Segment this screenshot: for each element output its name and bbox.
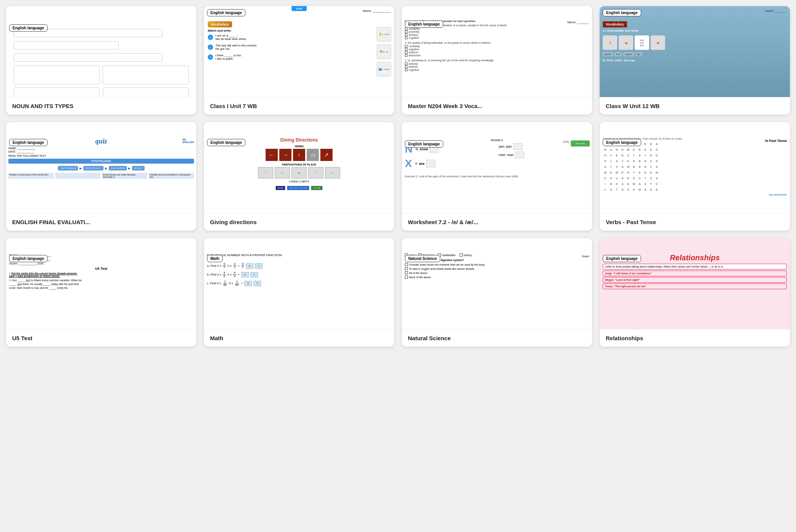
sci-opt-3: All of the above. <box>405 271 589 274</box>
flow-problem: THE PROBLEM <box>58 166 78 170</box>
sci-opt-4: None of the above. <box>405 276 589 279</box>
card-preview-relationships: English language Relationships Listen to… <box>600 238 790 330</box>
card-preview-worksheet72: English language (A95) start now ROUND 2… <box>402 122 592 213</box>
card-title-5: ENGLISH FINAL EVALUATI... <box>6 213 196 231</box>
bank-btn: BANK <box>275 186 285 190</box>
card-math[interactable]: Math N OF WHOLE NUMBER WITH A PROPER FRA… <box>204 238 394 347</box>
subject-badge-10: Math <box>207 255 223 262</box>
card-title-3: Master N204 Week 3 Voca... <box>402 97 592 115</box>
math-row-c: c. Find 5 x 189 5 x 189 = x = <box>207 280 391 287</box>
tessa-quote: Tessa: "The right person for me" <box>603 284 787 289</box>
sci-opt-2: To take in oxygen and exhale waste like … <box>405 267 589 270</box>
card-worksheet72[interactable]: English language (A95) start now ROUND 2… <box>402 122 592 231</box>
img4-2: 📦 <box>619 35 633 50</box>
flow-opportunity: OPPORTUNITY <box>83 166 103 170</box>
word4-sache: sache <box>603 52 613 56</box>
math-options: itions. <box>207 258 391 261</box>
map-3: ⊞ <box>291 167 307 178</box>
word4-tom: tom <box>615 52 622 56</box>
name-field: Name: ___________ <box>363 9 391 13</box>
map-4: □ <box>308 167 323 178</box>
card-preview-master: English language Name: _______ Instructi… <box>402 6 592 97</box>
card-verbs-past[interactable]: English language le Past Tense Sentences… <box>600 122 790 231</box>
word-search-grid: DHAPPENEDA RANEWORKED OVERSTAYED PLAYEDB… <box>603 142 787 193</box>
card-giving-directions[interactable]: English language Giving Directions VERBS… <box>204 122 394 231</box>
map-2: □□ <box>275 167 290 178</box>
card-grid: English language NOUN AND ITS TYPES <box>6 6 790 347</box>
card-unit12[interactable]: English language Name: _______ Vocabular… <box>600 6 790 115</box>
opt-proximity: proximity <box>409 30 419 33</box>
fitotoldos-box: FITOTOLDOS <box>8 159 194 164</box>
q-text-1: I am on a _____.We all wear blue shirts. <box>215 34 247 41</box>
q3-3-text: 3. of, pertaining to, or involving the u… <box>405 59 589 62</box>
subject-badge-4: English language <box>603 9 641 16</box>
arrow-left: ← <box>266 149 278 161</box>
card-title-4: Class W Unit 12 WB <box>600 97 790 115</box>
megan-quote: Megan: "Love at first sight" <box>603 277 787 283</box>
location-btns: BANK POLICE STATION STORE <box>207 186 391 190</box>
q-text-2: The boy did well in the contest.He got 1… <box>215 44 257 51</box>
a95-label: (A95) <box>563 140 569 143</box>
subject-badge-9: English language <box>9 255 48 262</box>
fourth-logo: 4thENGLISH <box>182 138 194 143</box>
vocab-bar-4: Vocabulary <box>603 21 627 27</box>
q3-2-text: 2. the quality of being believable, or t… <box>405 41 589 44</box>
card-u5test[interactable]: English language Name: _________________… <box>6 238 196 347</box>
match-write-label: Match and write. <box>204 29 394 32</box>
card-noun-types[interactable]: English language NOUN AND ITS TYPES <box>6 6 196 115</box>
card-preview-math: Math N OF WHOLE NUMBER WITH A PROPER FRA… <box>204 238 394 330</box>
subject-badge-8: English language <box>603 139 641 146</box>
card-title-6: Giving directions <box>204 213 394 231</box>
exercise2-text: Exercise 2. Look at the pairs of the sen… <box>405 175 589 178</box>
subject-badge-5: English language <box>9 139 48 146</box>
q-num-3: 3 <box>208 54 213 60</box>
test-instructions: I. Put the verbs into the correct tense … <box>9 272 193 277</box>
topworksheets-label: top worksheets <box>603 193 787 196</box>
card-preview-verbs: English language le Past Tense Sentences… <box>600 122 790 213</box>
store-btn: STORE <box>311 186 323 190</box>
card-title-1: NOUN AND ITS TYPES <box>6 97 196 115</box>
name-line-4: Name: _______ <box>765 9 787 13</box>
opt-autopsy: autopsy <box>409 33 418 36</box>
subject-badge-1: English language <box>9 24 48 32</box>
andy-quote: Andy: "I still think of her sometimes" <box>603 271 787 276</box>
card-title-11: Natural Science <box>402 330 592 347</box>
flow-arrow-3: ▶ <box>128 167 131 170</box>
vocab-label: Vocabulary <box>208 21 232 27</box>
noun-box-2 <box>103 65 189 84</box>
unit-bar: Unit <box>291 6 307 11</box>
math-section-title: N OF WHOLE NUMBER WITH A PROPER FRACTION… <box>207 253 391 257</box>
card-natural-science[interactable]: Natural Science Exam Liver Pancreas Gall… <box>402 238 592 347</box>
card-final-eval[interactable]: English language 4thENGLISH quiz NAME: _… <box>6 122 196 231</box>
big-x: X <box>405 158 412 170</box>
subject-badge-12: English language <box>603 255 641 262</box>
card-preview-noun: English language <box>6 6 196 97</box>
q-num-2: 2 <box>208 45 213 50</box>
card-unit7[interactable]: Unit English language Name: ___________ … <box>204 6 394 115</box>
test-title-9: U5 Test <box>9 267 193 271</box>
word4-myher: myher <box>623 52 634 56</box>
q-num-1: 1 <box>208 35 213 40</box>
police-btn: POLICE STATION <box>287 186 309 190</box>
q9-1b: _____ (go) there, he usually _____ (stay… <box>9 283 193 285</box>
card-preview-directions: English language Giving Directions VERBS… <box>204 122 394 213</box>
card-title-10: Math <box>204 330 394 347</box>
start-btn: start now <box>571 140 590 147</box>
subject-badge-3: English language <box>405 21 443 28</box>
img-prize: 🏆a. prize <box>377 27 391 41</box>
card-title-2: Class I Unit 7 WB <box>204 97 394 115</box>
card-preview-science: Natural Science Exam Liver Pancreas Gall… <box>402 238 592 330</box>
date-label: DATE: ____________ <box>8 150 194 153</box>
flow-result: RESULT <box>132 166 145 170</box>
math-row-a: a. Find 2 x 37 2 x 37 = 37 x = <box>207 263 391 269</box>
prepositions-label: PREPOSITIONS OF PLACE <box>207 163 391 166</box>
score-label-9: Score: ___________/100 <box>9 262 193 265</box>
card-master-n204[interactable]: English language Name: _______ Instructi… <box>402 6 592 115</box>
read-text: READ THE FOLLOWING TEXT: <box>8 155 194 157</box>
card-relationships[interactable]: English language Relationships Listen to… <box>600 238 790 347</box>
instructions-12: Listen to three people talking about rel… <box>603 264 787 269</box>
subject-badge-2: English language <box>207 9 245 16</box>
noun-box-4 <box>103 88 189 97</box>
start-label: start now <box>576 142 585 145</box>
chinese-text: 介绍朋友人正确字号 <box>207 180 391 183</box>
